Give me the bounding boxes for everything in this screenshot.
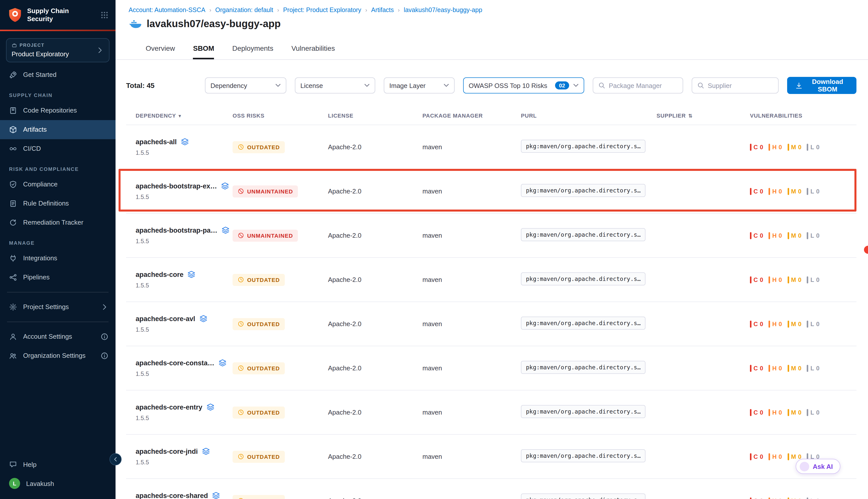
purl-cell: pkg:maven/org.apache.directory.s…	[521, 493, 657, 499]
vulnerabilities-cell: C0H0M0L0	[750, 188, 856, 195]
user-menu[interactable]: L Lavakush	[0, 474, 115, 493]
table-row[interactable]: apacheds-core-avl1.5.5OUTDATEDApache-2.0…	[126, 302, 856, 346]
severity-bar	[769, 276, 770, 283]
app-root: Supply Chain Security PROJECT Product Ex…	[0, 0, 868, 499]
table-row[interactable]: apacheds-bootstrap-ex…1.5.5UNMAINTAINEDA…	[126, 169, 856, 213]
package-manager-search-input[interactable]	[609, 82, 678, 89]
dependency-cell: apacheds-core1.5.5	[126, 270, 233, 289]
purl-chip: pkg:maven/org.apache.directory.s…	[521, 228, 646, 241]
sidebar-item-organization-settings[interactable]: Organization Settings	[0, 346, 115, 365]
sidebar-item-artifacts[interactable]: Artifacts	[0, 120, 115, 139]
clock-icon	[238, 320, 244, 327]
severity-count: 0	[816, 232, 819, 239]
severity-count: 0	[779, 453, 782, 460]
ask-ai-button[interactable]: Ask AI	[796, 459, 840, 474]
severity-bar	[807, 188, 808, 195]
purl-cell: pkg:maven/org.apache.directory.s…	[521, 449, 657, 464]
severity-label: C	[754, 188, 758, 195]
severity-count: 0	[760, 497, 763, 499]
package-manager-cell: maven	[422, 276, 521, 283]
purl-chip: pkg:maven/org.apache.directory.s…	[521, 449, 646, 462]
dependency-filter-select[interactable]: Dependency	[205, 77, 286, 94]
package-manager-search[interactable]	[593, 77, 683, 94]
image-layer-filter-select[interactable]: Image Layer	[384, 77, 455, 94]
table-row[interactable]: apacheds-core1.5.5OUTDATEDApache-2.0mave…	[126, 257, 856, 302]
tab-deployments[interactable]: Deployments	[232, 44, 273, 59]
info-icon[interactable]	[100, 332, 109, 340]
download-sbom-button[interactable]: Download SBOM	[787, 77, 856, 94]
sidebar-item-account-settings[interactable]: Account Settings	[0, 327, 115, 346]
infinity-icon	[9, 145, 17, 153]
breadcrumb-link[interactable]: Account: Automation-SSCA	[128, 7, 206, 14]
breadcrumb-link[interactable]: Project: Product Exploratory	[283, 7, 361, 14]
severity-label: C	[754, 497, 758, 499]
severity-high: H0	[769, 497, 782, 499]
column-label: LICENSE	[328, 112, 354, 119]
purl-cell: pkg:maven/org.apache.directory.s…	[521, 139, 657, 155]
info-icon[interactable]	[100, 352, 109, 360]
severity-high: H0	[769, 409, 782, 416]
sidebar-item-get-started[interactable]: Get Started	[0, 65, 115, 84]
purl-chip: pkg:maven/org.apache.directory.s…	[521, 361, 646, 374]
supplier-search[interactable]	[692, 77, 779, 94]
license-filter-select[interactable]: License	[295, 77, 375, 94]
sidebar-item-rule-definitions[interactable]: Rule Definitions	[0, 194, 115, 213]
sidebar-item-project-settings[interactable]: Project Settings	[0, 297, 115, 316]
severity-count: 0	[798, 497, 801, 499]
severity-count: 0	[779, 409, 782, 416]
sidebar-item-integrations[interactable]: Integrations	[0, 248, 115, 268]
severity-bar	[807, 144, 808, 150]
severity-label: H	[772, 188, 777, 195]
table-row[interactable]: apacheds-bootstrap-pa…1.5.5UNMAINTAINEDA…	[126, 213, 856, 257]
table-row[interactable]: apacheds-core-shared1.5.5OUTDATEDApache-…	[126, 478, 856, 499]
layers-icon	[212, 491, 220, 499]
severity-critical: C0	[750, 232, 763, 239]
severity-bar	[807, 497, 808, 499]
sidebar-item-compliance[interactable]: Compliance	[0, 175, 115, 194]
severity-medium: M0	[788, 365, 801, 372]
module-accent-bar	[0, 29, 115, 31]
license-cell: Apache-2.0	[328, 320, 422, 328]
product-logo-row: Supply Chain Security	[0, 0, 115, 29]
tab-sbom[interactable]: SBOM	[193, 44, 214, 59]
owasp-risks-filter-select[interactable]: OWASP OSS Top 10 Risks 02	[463, 77, 584, 94]
tab-bar: OverviewSBOMDeploymentsVulnerabilities	[146, 44, 335, 59]
sidebar-item-pipelines[interactable]: Pipelines	[0, 268, 115, 287]
dependency-version: 1.5.5	[136, 149, 233, 156]
sidebar-item-code-repositories[interactable]: Code Repositories	[0, 101, 115, 120]
severity-label: M	[791, 276, 796, 283]
sidebar-item-ci-cd[interactable]: CI/CD	[0, 139, 115, 158]
breadcrumb-link[interactable]: Artifacts	[371, 7, 394, 14]
severity-bar	[769, 409, 770, 416]
tab-vulnerabilities[interactable]: Vulnerabilities	[292, 44, 335, 59]
sidebar-collapse-button[interactable]	[110, 453, 122, 465]
repo-icon	[9, 106, 17, 114]
oss-risk-cell: OUTDATED	[233, 141, 328, 153]
column-header-dependency[interactable]: DEPENDENCY▾	[126, 112, 233, 119]
nav-section-heading: SUPPLY CHAIN	[0, 84, 115, 101]
layers-icon	[202, 447, 210, 455]
table-row[interactable]: apacheds-core-consta…1.5.5OUTDATEDApache…	[126, 346, 856, 390]
sidebar: Supply Chain Security PROJECT Product Ex…	[0, 0, 115, 499]
supplier-search-input[interactable]	[708, 82, 773, 89]
breadcrumb-link[interactable]: lavakush07/easy-buggy-app	[404, 7, 482, 14]
severity-high: H0	[769, 365, 782, 372]
sidebar-item-help[interactable]: Help	[0, 455, 115, 474]
table-row[interactable]: apacheds-core-entry1.5.5OUTDATEDApache-2…	[126, 390, 856, 434]
project-selector[interactable]: PROJECT Product Exploratory	[6, 38, 110, 62]
layers-icon	[188, 270, 196, 278]
license-cell: Apache-2.0	[328, 276, 422, 283]
sidebar-item-remediation-tracker[interactable]: Remediation Tracker	[0, 213, 115, 232]
oss-risk-cell: OUTDATED	[233, 273, 328, 286]
table-row[interactable]: apacheds-all1.5.5OUTDATEDApache-2.0maven…	[126, 125, 856, 169]
vulnerabilities-cell: C0H0M0L0	[750, 497, 856, 499]
avatar: L	[9, 478, 20, 489]
ask-ai-label: Ask AI	[813, 463, 833, 470]
breadcrumb-link[interactable]: Organization: default	[215, 7, 273, 14]
column-header-supplier[interactable]: SUPPLIER⇅	[657, 112, 750, 119]
severity-count: 0	[798, 320, 801, 327]
oss-risk-cell: UNMAINTAINED	[233, 229, 328, 242]
module-switcher-grid-icon[interactable]	[100, 11, 109, 19]
tab-overview[interactable]: Overview	[146, 44, 175, 59]
table-row[interactable]: apacheds-core-jndi1.5.5OUTDATEDApache-2.…	[126, 434, 856, 478]
